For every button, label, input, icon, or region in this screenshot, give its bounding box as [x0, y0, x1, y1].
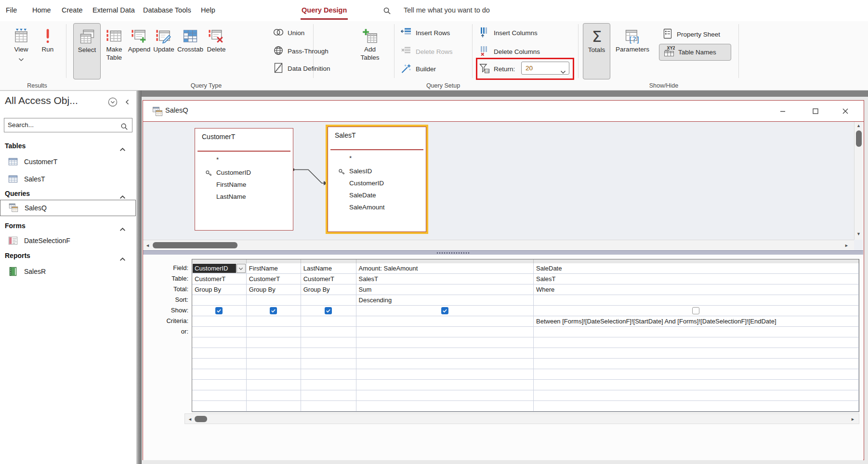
grid-horizontal-scrollbar[interactable]: ◄ ► — [184, 413, 859, 424]
make-table-button[interactable]: Make Table — [102, 23, 127, 79]
show-checkbox-unchecked[interactable] — [692, 307, 699, 314]
insert-columns-button[interactable]: Insert Columns — [479, 26, 538, 39]
add-tables-button[interactable]: Add Tables — [355, 23, 384, 79]
grid-cell-empty[interactable] — [534, 337, 859, 348]
grid-cell-empty[interactable] — [356, 348, 534, 359]
grid-cell-empty[interactable] — [534, 348, 859, 359]
column-selector[interactable] — [356, 259, 534, 263]
grid-cell-show[interactable] — [192, 306, 247, 316]
grid-cell-or[interactable] — [356, 327, 534, 337]
field-salest-customerid[interactable]: CustomerID — [328, 177, 426, 189]
grid-cell-empty[interactable] — [356, 390, 534, 401]
grid-cell-total[interactable]: Group By — [192, 284, 247, 295]
grid-cell-sort[interactable] — [534, 295, 859, 306]
grid-cell-total[interactable]: Group By — [247, 284, 301, 295]
menu-tab-create[interactable]: Create — [62, 0, 83, 21]
grid-cell-empty[interactable] — [247, 390, 301, 401]
show-checkbox-checked[interactable] — [270, 307, 277, 314]
grid-cell-criteria[interactable]: Between [Forms]![DateSelectionF]![StartD… — [534, 316, 859, 327]
grid-cell-empty[interactable] — [247, 359, 301, 369]
sidebar-section-queries[interactable]: Queries — [0, 188, 136, 199]
grid-cell-show[interactable] — [247, 306, 301, 316]
column-selector[interactable] — [247, 259, 301, 263]
grid-cell-empty[interactable] — [192, 390, 247, 401]
sidebar-section-tables[interactable]: Tables — [0, 140, 136, 152]
run-button[interactable]: Run — [36, 23, 60, 79]
grid-cell-total[interactable]: Sum — [356, 284, 534, 295]
scroll-left-icon[interactable]: ◄ — [188, 417, 192, 422]
grid-cell-empty[interactable] — [356, 359, 534, 369]
grid-cell-empty[interactable] — [301, 359, 356, 369]
grid-cell-empty[interactable] — [247, 401, 301, 412]
grid-cell-empty[interactable] — [534, 380, 859, 390]
menu-tab-database-tools[interactable]: Database Tools — [143, 0, 191, 21]
grid-cell-empty[interactable] — [534, 369, 859, 380]
menu-tab-home[interactable]: Home — [32, 0, 51, 21]
grid-cell-or[interactable] — [247, 327, 301, 337]
shutter-close-icon[interactable] — [125, 98, 129, 107]
grid-cell-field-saledate[interactable]: SaleDate — [534, 263, 859, 274]
grid-cell-field-lastname[interactable]: LastName — [301, 263, 356, 274]
grid-cell-empty[interactable] — [356, 380, 534, 390]
scrollbar-thumb[interactable] — [856, 130, 862, 147]
select-query-button[interactable]: Select — [73, 23, 101, 79]
grid-cell-show[interactable] — [356, 306, 534, 316]
grid-cell-empty[interactable] — [534, 401, 859, 412]
menu-tab-external-data[interactable]: External Data — [92, 0, 135, 21]
parameters-button[interactable]: [?] Parameters — [613, 23, 652, 79]
grid-cell-empty[interactable] — [192, 380, 247, 390]
tell-me-search[interactable]: Tell me what you want to do — [404, 0, 490, 21]
column-selector[interactable] — [301, 259, 356, 263]
grid-column-header-strip[interactable] — [192, 259, 859, 263]
field-salest-saleamount[interactable]: SaleAmount — [328, 201, 426, 213]
field-customert-customerid[interactable]: CustomerID — [195, 167, 293, 179]
scroll-left-icon[interactable]: ◄ — [145, 243, 150, 248]
update-button[interactable]: Update — [152, 23, 176, 79]
sidebar-section-reports[interactable]: Reports — [0, 250, 136, 261]
grid-cell-empty[interactable] — [534, 390, 859, 401]
union-button[interactable]: Union — [273, 26, 304, 39]
grid-cell-table[interactable]: CustomerT — [301, 274, 356, 284]
grid-cell-empty[interactable] — [356, 369, 534, 380]
return-count-combobox[interactable]: 20 — [521, 62, 569, 75]
diagram-horizontal-scrollbar[interactable]: ◄ ► — [143, 240, 854, 250]
sidebar-item-customert[interactable]: CustomerT — [0, 154, 136, 170]
diagram-vertical-scrollbar[interactable]: ▲ ▼ — [854, 122, 863, 240]
grid-cell-empty[interactable] — [192, 369, 247, 380]
grid-cell-field-amount-saleamount[interactable]: Amount: SaleAmount — [356, 263, 534, 274]
maximize-button[interactable] — [807, 103, 824, 120]
view-button[interactable]: View — [8, 23, 35, 79]
totals-button[interactable]: Σ Totals — [583, 23, 610, 79]
grid-cell-or[interactable] — [192, 327, 247, 337]
grid-cell-empty[interactable] — [356, 401, 534, 412]
query-window-titlebar[interactable]: SalesQ — [143, 101, 864, 122]
grid-cell-empty[interactable] — [247, 337, 301, 348]
sidebar-section-forms[interactable]: Forms — [0, 220, 136, 232]
append-button[interactable]: Append — [127, 23, 152, 79]
field-customert-firstname[interactable]: FirstName — [195, 179, 293, 191]
grid-cell-empty[interactable] — [301, 380, 356, 390]
crosstab-button[interactable]: Crosstab — [176, 23, 205, 79]
scroll-right-icon[interactable]: ► — [844, 243, 849, 248]
grid-cell-sort[interactable] — [301, 295, 356, 306]
pane-splitter[interactable] — [143, 250, 863, 255]
grid-cell-table[interactable]: SalesT — [356, 274, 534, 284]
pass-through-button[interactable]: Pass-Through — [273, 45, 329, 57]
grid-cell-total[interactable]: Where — [534, 284, 859, 295]
column-selector[interactable] — [192, 259, 247, 263]
grid-cell-field-firstname[interactable]: FirstName — [247, 263, 301, 274]
field-customert-star[interactable]: * — [195, 154, 293, 166]
show-checkbox-checked[interactable] — [215, 307, 223, 314]
field-dropdown-button[interactable] — [237, 264, 246, 273]
show-checkbox-checked[interactable] — [325, 307, 332, 314]
grid-cell-empty[interactable] — [301, 390, 356, 401]
insert-rows-button[interactable]: Insert Rows — [401, 26, 450, 39]
grid-cell-criteria[interactable] — [192, 316, 247, 327]
grid-cell-sort[interactable] — [192, 295, 247, 306]
scroll-up-icon[interactable]: ▲ — [856, 123, 861, 128]
grid-cell-show[interactable] — [301, 306, 356, 316]
grid-cell-table[interactable]: CustomerT — [247, 274, 301, 284]
grid-cell-show[interactable] — [534, 306, 859, 316]
grid-cell-or[interactable] — [301, 327, 356, 337]
grid-cell-empty[interactable] — [192, 337, 247, 348]
